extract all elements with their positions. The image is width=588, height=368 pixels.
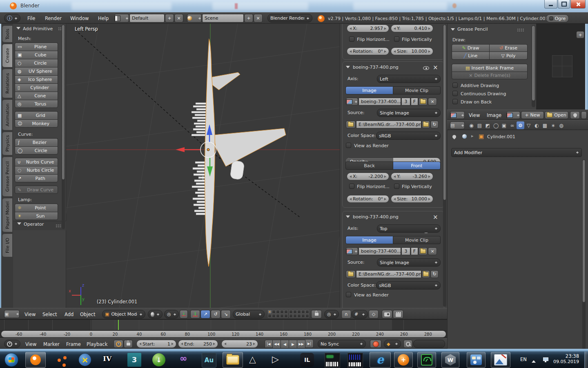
tray-network-icon[interactable]: [543, 357, 548, 361]
bg2-tab-image[interactable]: Image: [345, 86, 393, 94]
bg3-tab-movie-clip[interactable]: Movie Clip: [393, 236, 441, 244]
grease-pencil-panel-title[interactable]: Grease Pencil: [457, 27, 488, 32]
layer-cell[interactable]: [272, 310, 276, 314]
bg2-axis-select[interactable]: Left: [377, 75, 441, 83]
add-torus-button[interactable]: ◎Torus: [15, 100, 58, 108]
viewport-3d[interactable]: Left Persp x z y (23) Cylinder.001: [66, 24, 340, 308]
tl-time-toggle-button[interactable]: [114, 340, 123, 348]
bg3-image-name-field[interactable]: boeing-737-400....: [359, 247, 401, 255]
taskbar-synth[interactable]: [325, 353, 340, 368]
bg2-remove-icon[interactable]: ×: [433, 64, 438, 71]
bg3-filepath-browse-button[interactable]: [422, 270, 430, 278]
props-tab-material[interactable]: ◐: [533, 121, 541, 129]
layer-cell[interactable]: [297, 314, 301, 318]
gp-poly-button[interactable]: ▽Poly: [490, 52, 528, 60]
bg3-view-as-render-checkbox[interactable]: [346, 292, 351, 297]
add-point-lamp-button[interactable]: ☼Point: [15, 204, 58, 212]
scene-close-button[interactable]: ×: [254, 14, 263, 22]
props-tab-texture[interactable]: ▩: [541, 121, 549, 129]
layer-cell[interactable]: [284, 310, 288, 314]
add-sun-lamp-button[interactable]: ☀Sun: [15, 212, 58, 220]
shelf-tab-paper-model[interactable]: Paper Model: [2, 198, 13, 232]
menu-file[interactable]: File: [27, 16, 35, 21]
bg3-colorspace-select[interactable]: sRGB: [376, 281, 441, 289]
gp-erase-button[interactable]: ↺Erase: [490, 44, 528, 52]
bg2-filepath-field[interactable]: E:\BeamNG.dr...-737-400.png: [356, 121, 421, 128]
image-new-button[interactable]: +New: [521, 111, 544, 119]
layer-cell[interactable]: [280, 314, 284, 318]
scene-icon-button[interactable]: [187, 14, 202, 22]
gp-line-button[interactable]: ╱Line: [452, 52, 490, 60]
gp-insert-blank-frame-button[interactable]: ▤Insert Blank Frame: [452, 64, 528, 72]
properties-region-scrollbar[interactable]: [443, 25, 446, 307]
add-curve-circle-button[interactable]: ◯Circle: [15, 146, 58, 155]
bg2-back-toggle[interactable]: Back: [345, 162, 393, 170]
close-button[interactable]: [570, 0, 586, 9]
gp-delete-frames-button[interactable]: ×Delete Frame(s): [452, 72, 528, 79]
bg2-x-field[interactable]: X:-2.200: [347, 173, 389, 180]
taskbar-gta-iv[interactable]: IV: [103, 355, 111, 363]
layers-grid-1[interactable]: [268, 310, 288, 318]
panel-grip[interactable]: [517, 28, 524, 32]
prev-keyframe-button[interactable]: ◀◀: [273, 340, 281, 348]
layer-cell[interactable]: [268, 310, 272, 314]
titlebar[interactable]: Blender: [0, 0, 588, 13]
timeline-ruler-bar[interactable]: -60-40-200204060801001201401601802002202…: [1, 330, 446, 338]
bg3-filepath-field[interactable]: E:\BeamNG.dr...-737-400.png: [356, 270, 421, 278]
bg2-view-as-render-checkbox[interactable]: [346, 143, 351, 148]
bg3-image-browse-button[interactable]: [346, 247, 358, 255]
jump-to-end-button[interactable]: ▶|: [305, 340, 314, 348]
bg2-front-toggle[interactable]: Front: [393, 162, 441, 170]
jump-to-start-button[interactable]: |◀: [265, 340, 273, 348]
timeline-ruler[interactable]: -60-40-200204060801001201401601802002202…: [0, 330, 447, 338]
bg3-reload-button[interactable]: ↻: [430, 270, 439, 278]
bg2-reload-button[interactable]: ↻: [430, 121, 439, 128]
taskbar-wondershare-active[interactable]: W: [441, 352, 459, 368]
bg1-flip-horizontal-checkbox[interactable]: [349, 36, 354, 42]
airplane-stabilizer[interactable]: [211, 72, 240, 90]
bg3-tab-image[interactable]: Image: [345, 236, 393, 244]
image-menu-view[interactable]: View: [469, 112, 480, 118]
manipulator-axes-button[interactable]: [190, 310, 200, 319]
keying-set-select[interactable]: ◆: [384, 340, 401, 348]
layer-cell[interactable]: [289, 310, 293, 314]
bg2-size-field[interactable]: Size:10.000: [391, 195, 433, 203]
add-grid-button[interactable]: ▦Grid: [15, 111, 58, 119]
timeline-editor-type-button[interactable]: [4, 340, 20, 348]
bg2-source-select[interactable]: Single Image: [377, 109, 441, 117]
taskbar-tracker[interactable]: [347, 353, 363, 368]
taskbar-visual-studio[interactable]: ∞: [180, 353, 187, 364]
bg2-tab-movie-clip[interactable]: Movie Clip: [393, 86, 441, 94]
layers-grid-2[interactable]: [289, 310, 309, 318]
taskbar-image-viewer-active[interactable]: [491, 352, 510, 368]
layer-cell[interactable]: [301, 310, 305, 314]
vp-menu-object[interactable]: Object: [80, 312, 95, 317]
tray-expand-icon[interactable]: [532, 358, 536, 363]
bg2-rotation-field[interactable]: Rotation:0°: [347, 195, 389, 203]
bg3-remove-icon[interactable]: ×: [433, 213, 438, 221]
add-nurbs-curve-button[interactable]: ∪Nurbs Curve: [15, 158, 58, 166]
bg2-panel-title[interactable]: boeing-737-400.png: [353, 65, 399, 70]
taskbar-wheel-active[interactable]: +: [394, 352, 413, 368]
manipulator-rotate-button[interactable]: ↺: [211, 310, 220, 319]
snap-element-select[interactable]: #: [352, 310, 368, 319]
bg2-colorspace-select[interactable]: sRGB: [376, 132, 441, 140]
props-tab-object[interactable]: ▣: [500, 121, 508, 129]
vp-menu-add[interactable]: Add: [65, 312, 74, 317]
ogre-addon-button[interactable]: Ogre: [546, 14, 569, 22]
add-cube-button[interactable]: ▣Cube: [15, 51, 58, 59]
props-tab-physics[interactable]: ◍: [557, 121, 565, 129]
layer-cell[interactable]: [289, 314, 293, 318]
layer-cell[interactable]: [280, 310, 284, 314]
vp-menu-select[interactable]: Select: [42, 312, 57, 317]
image-editor-canvas[interactable]: +: [536, 24, 585, 110]
properties-editor-scrollbar[interactable]: [582, 159, 586, 352]
bg3-path-icon-button[interactable]: [346, 270, 356, 278]
bg2-y-field[interactable]: Y:-3.260: [391, 173, 433, 180]
menu-window[interactable]: Window: [70, 16, 89, 21]
image-menu-image[interactable]: Image: [487, 112, 501, 118]
image-add-button[interactable]: +: [576, 31, 584, 38]
add-cylinder-button[interactable]: ▯Cylinder: [15, 83, 58, 92]
tl-lock-button[interactable]: [124, 340, 133, 348]
snap-toggle-button[interactable]: ∩: [341, 310, 351, 319]
